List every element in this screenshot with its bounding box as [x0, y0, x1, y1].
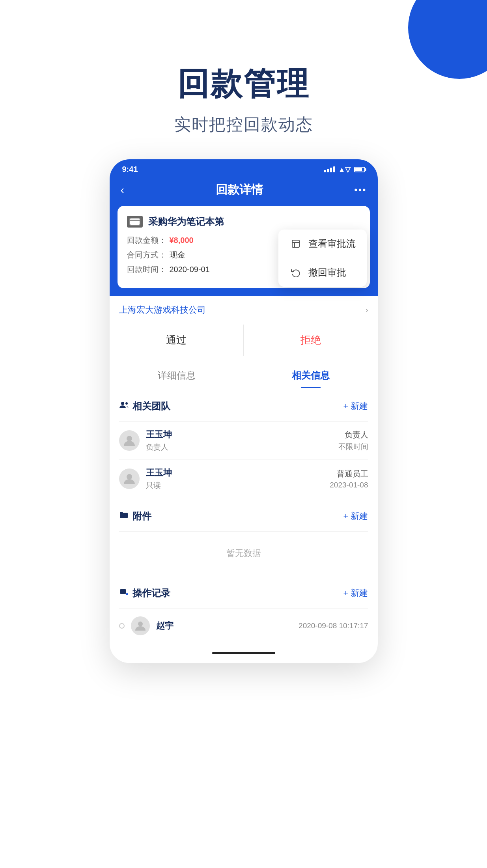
member-left-2: 王玉坤 只读 — [119, 467, 172, 491]
svg-rect-4 — [130, 220, 140, 221]
avatar-1 — [119, 430, 140, 451]
member-sub-role-1: 负责人 — [146, 442, 172, 452]
card-amount-label: 回款金额： — [127, 235, 166, 246]
team-section-title: 相关团队 — [119, 400, 170, 413]
card-title: 采购华为笔记本第 — [148, 215, 224, 228]
dropdown-item-approval-flow[interactable]: 查看审批流 — [278, 230, 367, 258]
member-role-right-1: 负责人 — [338, 429, 368, 440]
page-title: 回款管理 — [0, 63, 487, 106]
svg-point-12 — [138, 622, 143, 626]
team-title-text: 相关团队 — [132, 400, 170, 413]
app-header: ‹ 回款详情 ••• — [110, 178, 378, 206]
member-info-1: 王玉坤 负责人 — [146, 429, 172, 452]
svg-point-6 — [125, 402, 128, 405]
team-section-header: 相关团队 + 新建 — [119, 391, 368, 422]
svg-point-7 — [127, 436, 132, 441]
svg-rect-0 — [292, 240, 299, 247]
card-time-label: 回款时间： — [127, 264, 166, 275]
card-amount-value: ¥8,000 — [170, 236, 194, 245]
battery-icon — [354, 167, 365, 172]
dropdown-menu: 查看审批流 撤回审批 — [278, 230, 367, 287]
attachments-add-button[interactable]: + 新建 — [343, 510, 368, 522]
app-header-title: 回款详情 — [216, 182, 263, 198]
card-icon — [127, 216, 143, 228]
status-bar: 9:41 ▲▽ — [110, 159, 378, 178]
op-time-1: 2020-09-08 10:17:17 — [299, 622, 368, 630]
member-name-2: 王玉坤 — [146, 467, 172, 479]
member-time-2: 2023-01-08 — [330, 481, 368, 489]
page-subtitle: 实时把控回款动态 — [0, 114, 487, 136]
member-row-2: 王玉坤 只读 普通员工 2023-01-08 — [119, 460, 368, 498]
attachments-section-title: 附件 — [119, 510, 151, 523]
svg-point-11 — [127, 594, 127, 594]
attachments-section: 附件 + 新建 暂无数据 — [110, 501, 378, 575]
back-button[interactable]: ‹ — [121, 184, 124, 196]
card-contract-label: 合同方式： — [127, 250, 166, 260]
dropdown-label-revoke: 撤回审批 — [308, 266, 346, 279]
dropdown-item-revoke[interactable]: 撤回审批 — [278, 258, 367, 287]
home-indicator — [110, 646, 378, 663]
more-button[interactable]: ••• — [354, 185, 366, 196]
status-icons: ▲▽ — [324, 165, 365, 174]
op-dot-1 — [119, 623, 125, 629]
attachments-title-text: 附件 — [132, 510, 151, 523]
op-avatar-1 — [131, 616, 150, 635]
tab-detail[interactable]: 详细信息 — [110, 360, 244, 388]
attachments-empty: 暂无数据 — [119, 532, 368, 575]
member-role-right-2: 普通员工 — [330, 469, 368, 479]
operations-section: 操作记录 + 新建 赵宇 2020-09-08 10:17:17 — [110, 578, 378, 643]
member-right-2: 普通员工 2023-01-08 — [330, 469, 368, 489]
card-time-value: 2020-09-01 — [170, 265, 210, 274]
operations-section-title: 操作记录 — [119, 587, 170, 599]
action-buttons: 通过 拒绝 — [110, 325, 378, 356]
avatar-2 — [119, 469, 140, 489]
team-icon — [119, 401, 129, 411]
svg-point-8 — [127, 474, 132, 480]
tab-related[interactable]: 相关信息 — [244, 360, 378, 388]
tab-bar: 详细信息 相关信息 — [110, 360, 378, 388]
folder-icon — [119, 511, 129, 521]
member-sub-role-2: 只读 — [146, 480, 172, 491]
op-name-1: 赵宇 — [156, 620, 293, 632]
operation-row-1: 赵宇 2020-09-08 10:17:17 — [119, 609, 368, 643]
reject-button[interactable]: 拒绝 — [244, 325, 378, 356]
operations-title-text: 操作记录 — [132, 587, 170, 599]
revoke-icon — [289, 266, 302, 279]
wifi-icon: ▲▽ — [338, 165, 351, 174]
approval-flow-icon — [289, 237, 302, 250]
phone-mockup: 9:41 ▲▽ ‹ 回款详情 ••• — [110, 159, 378, 663]
operations-add-button[interactable]: + 新建 — [343, 587, 368, 599]
member-time-1: 不限时间 — [338, 442, 368, 452]
member-row-1: 王玉坤 负责人 负责人 不限时间 — [119, 422, 368, 460]
team-section: 相关团队 + 新建 王玉坤 负责人 — [110, 391, 378, 498]
operations-icon — [119, 588, 129, 598]
team-add-button[interactable]: + 新建 — [343, 400, 368, 412]
card-contract-value: 现金 — [170, 250, 185, 260]
home-bar — [212, 652, 275, 654]
member-right-1: 负责人 不限时间 — [338, 429, 368, 452]
dropdown-label-approval: 查看审批流 — [308, 237, 356, 250]
status-time: 9:41 — [122, 165, 138, 174]
member-info-2: 王玉坤 只读 — [146, 467, 172, 491]
member-name-1: 王玉坤 — [146, 429, 172, 441]
approve-button[interactable]: 通过 — [110, 325, 244, 356]
card-title-row: 采购华为笔记本第 — [127, 215, 360, 228]
operations-section-header: 操作记录 + 新建 — [119, 578, 368, 609]
chevron-right-icon: › — [366, 306, 368, 314]
signal-icon — [324, 166, 335, 172]
svg-rect-3 — [130, 218, 140, 225]
company-name: 上海宏大游戏科技公司 — [119, 304, 206, 316]
svg-point-5 — [121, 402, 124, 405]
member-left-1: 王玉坤 负责人 — [119, 429, 172, 452]
phone-wrapper: 9:41 ▲▽ ‹ 回款详情 ••• — [0, 159, 487, 694]
company-link[interactable]: 上海宏大游戏科技公司 › — [110, 296, 378, 324]
attachments-section-header: 附件 + 新建 — [119, 501, 368, 532]
